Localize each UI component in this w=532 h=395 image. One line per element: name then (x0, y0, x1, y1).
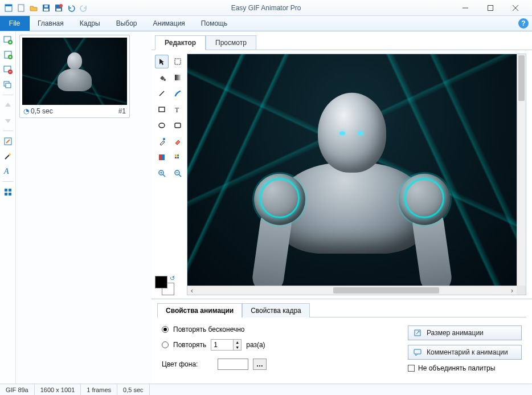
radio-repeat-count[interactable] (162, 341, 169, 348)
qat-redo-icon[interactable] (77, 2, 90, 14)
svg-line-35 (159, 91, 164, 96)
svg-rect-30 (5, 193, 7, 196)
tab-anim-properties[interactable]: Свойства анимации (157, 303, 242, 317)
gradient-tool-icon[interactable] (171, 71, 185, 84)
bg-color-swatch[interactable] (218, 359, 248, 370)
properties-panel: Свойства анимации Свойства кадра Повторя… (152, 299, 532, 384)
pointer-tool-icon[interactable] (155, 55, 169, 68)
eyedropper-tool-icon[interactable] (155, 135, 169, 148)
svg-point-38 (159, 123, 165, 128)
replace-color-tool-icon[interactable] (155, 150, 169, 164)
tab-frame-properties[interactable]: Свойства кадра (242, 303, 310, 317)
status-bar: GIF 89a 1600 x 1001 1 frames 0,5 sec (0, 384, 532, 395)
menu-help[interactable]: Помощь (193, 16, 235, 31)
rounded-rect-tool-icon[interactable] (171, 119, 185, 132)
horizontal-scrollbar[interactable]: ‹ › (187, 286, 517, 295)
svg-rect-1 (5, 5, 12, 6)
minimize-button[interactable] (458, 2, 473, 14)
svg-rect-25 (6, 83, 11, 88)
qat-open-icon[interactable] (27, 2, 40, 14)
svg-rect-39 (175, 123, 181, 128)
menu-main[interactable]: Главная (30, 16, 72, 31)
frame-duration-label: ◔0,5 sec (23, 107, 53, 115)
fill-tool-icon[interactable] (155, 71, 169, 84)
qat-save-as-icon[interactable] (52, 2, 65, 14)
close-button[interactable] (508, 2, 523, 14)
ellipse-tool-icon[interactable] (155, 119, 169, 132)
scroll-right-icon[interactable]: › (508, 286, 517, 295)
qat-undo-icon[interactable] (65, 2, 77, 14)
text-tool-icon[interactable]: A (2, 165, 14, 177)
maximize-button[interactable] (483, 2, 498, 14)
svg-point-33 (163, 79, 166, 81)
svg-rect-36 (159, 107, 165, 112)
vertical-scrollbar-thumb[interactable] (518, 55, 525, 101)
frame-thumbnail (22, 38, 127, 105)
label-merge-palettes: Не объединять палитры (418, 364, 495, 372)
svg-rect-46 (177, 157, 179, 158)
clock-icon: ◔ (23, 107, 29, 115)
repeat-count-input[interactable] (211, 340, 233, 350)
status-dimensions: 1600 x 1001 (35, 384, 81, 395)
status-format: GIF 89a (0, 384, 35, 395)
spinner-up-icon[interactable]: ▲ (234, 340, 241, 345)
line-tool-icon[interactable] (155, 87, 169, 100)
marquee-tool-icon[interactable] (171, 55, 185, 68)
move-up-icon (2, 99, 14, 112)
horizontal-scrollbar-thumb[interactable] (333, 287, 439, 294)
scroll-left-icon[interactable]: ‹ (187, 286, 197, 295)
left-toolbar: A (0, 31, 16, 384)
insert-frame-icon[interactable] (2, 48, 14, 61)
animation-comment-button[interactable]: Комментарий к анимации (408, 345, 522, 360)
edit-frame-icon[interactable] (2, 135, 14, 148)
swap-colors-icon[interactable]: ↺ (170, 275, 175, 282)
label-repeat-infinite: Повторять бесконечно (173, 325, 245, 333)
file-menu-button[interactable]: File (0, 16, 30, 31)
canvas-area: ‹ › (187, 54, 526, 295)
color-swatches[interactable]: ↺ (152, 276, 187, 299)
radio-repeat-infinite[interactable] (162, 326, 169, 333)
add-frame-icon[interactable] (2, 34, 14, 46)
zoom-out-icon[interactable] (171, 166, 185, 180)
menu-frames[interactable]: Кадры (72, 16, 108, 31)
color-palette-tool-icon[interactable] (171, 150, 185, 164)
svg-rect-29 (9, 189, 11, 192)
svg-rect-42 (162, 154, 165, 160)
help-icon[interactable]: ? (518, 18, 529, 28)
effects-icon[interactable] (2, 150, 14, 162)
bg-color-picker-button[interactable]: … (253, 359, 267, 370)
brush-tool-icon[interactable] (171, 87, 185, 100)
spinner-down-icon[interactable]: ▼ (234, 345, 241, 350)
svg-rect-4 (44, 9, 48, 11)
status-duration: 0,5 sec (117, 384, 149, 395)
quick-access-toolbar: Easy GIF Animator Pro (0, 0, 532, 16)
svg-rect-34 (175, 75, 181, 80)
status-frames: 1 frames (81, 384, 117, 395)
foreground-color-swatch[interactable] (155, 276, 167, 288)
editor-tabs: Редактор Просмотр (152, 31, 532, 50)
delete-frame-icon[interactable] (2, 63, 14, 76)
qat-save-icon[interactable] (40, 2, 52, 14)
canvas-image[interactable] (187, 54, 517, 286)
grid-view-icon[interactable] (2, 186, 14, 198)
qat-new-icon[interactable] (15, 2, 27, 14)
duplicate-frame-icon[interactable] (2, 78, 14, 91)
tool-palette: T (152, 50, 187, 185)
menu-selection[interactable]: Выбор (108, 16, 145, 31)
frame-index-label: #1 (118, 107, 126, 115)
checkbox-merge-palettes[interactable] (408, 365, 415, 372)
animation-size-button[interactable]: Размер анимации (408, 325, 522, 340)
eraser-tool-icon[interactable] (171, 135, 185, 148)
vertical-scrollbar[interactable] (517, 54, 526, 286)
text-tool-icon[interactable]: T (171, 103, 185, 116)
rectangle-tool-icon[interactable] (155, 103, 169, 116)
frame-card[interactable]: ◔0,5 sec #1 (19, 35, 130, 118)
tab-editor[interactable]: Редактор (155, 35, 206, 50)
svg-line-52 (179, 174, 181, 177)
resize-icon (413, 328, 422, 337)
repeat-count-spinner[interactable]: ▲▼ (211, 339, 242, 351)
menu-animation[interactable]: Анимация (145, 16, 193, 31)
tab-preview[interactable]: Просмотр (206, 35, 256, 50)
zoom-in-icon[interactable] (155, 166, 169, 180)
qat-app-icon[interactable] (2, 2, 15, 14)
